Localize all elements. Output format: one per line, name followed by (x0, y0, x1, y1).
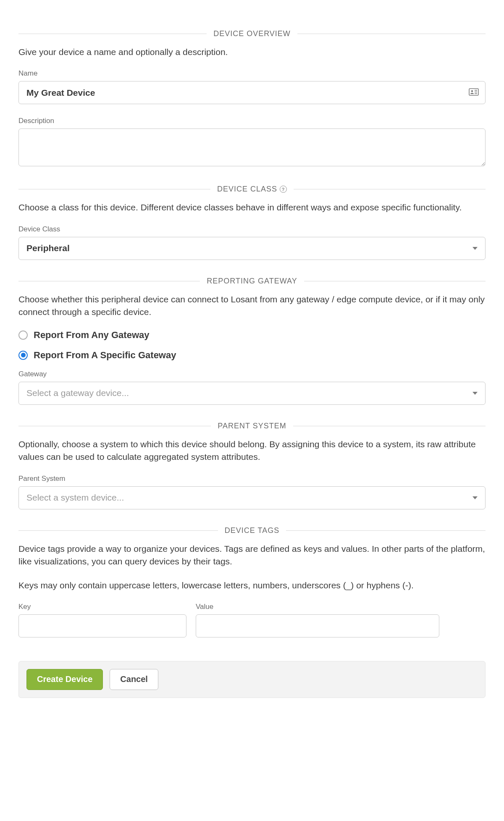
section-title: REPORTING GATEWAY (200, 277, 304, 286)
footer-bar: Create Device Cancel (18, 661, 486, 698)
tag-key-input[interactable] (18, 614, 186, 637)
id-card-icon (469, 88, 479, 97)
parent-system-placeholder: Select a system device... (26, 493, 124, 503)
cancel-button[interactable]: Cancel (110, 669, 158, 690)
name-label: Name (18, 69, 486, 78)
gateway-placeholder: Select a gateway device... (26, 388, 129, 398)
radio-specific-gateway[interactable]: Report From A Specific Gateway (18, 350, 486, 361)
reporting-gateway-description: Choose whether this peripheral device ca… (18, 293, 486, 319)
section-header-parent-system: PARENT SYSTEM (18, 422, 486, 430)
device-tags-note: Keys may only contain uppercase letters,… (18, 579, 486, 592)
caret-down-icon (472, 247, 478, 250)
section-header-reporting-gateway: REPORTING GATEWAY (18, 277, 486, 286)
svg-point-1 (471, 90, 473, 92)
device-class-value: Peripheral (26, 243, 70, 253)
radio-label: Report From Any Gateway (34, 330, 149, 341)
caret-down-icon (472, 496, 478, 499)
overview-description: Give your device a name and optionally a… (18, 46, 486, 58)
device-class-select[interactable]: Peripheral (18, 237, 486, 260)
help-icon[interactable]: ? (280, 186, 287, 193)
create-device-button[interactable]: Create Device (26, 669, 103, 690)
section-title: DEVICE CLASS (217, 185, 277, 194)
radio-any-gateway[interactable]: Report From Any Gateway (18, 330, 486, 341)
device-class-label: Device Class (18, 225, 486, 233)
device-class-description: Choose a class for this device. Differen… (18, 201, 486, 214)
section-header-overview: DEVICE OVERVIEW (18, 29, 486, 38)
section-title: DEVICE TAGS (218, 526, 286, 535)
name-input[interactable] (18, 81, 486, 104)
parent-system-select[interactable]: Select a system device... (18, 486, 486, 509)
radio-label: Report From A Specific Gateway (34, 350, 176, 361)
gateway-select[interactable]: Select a gateway device... (18, 382, 486, 405)
description-label: Description (18, 117, 486, 125)
gateway-label: Gateway (18, 370, 486, 378)
section-title: DEVICE OVERVIEW (207, 29, 297, 38)
description-textarea[interactable] (18, 129, 486, 166)
section-header-device-tags: DEVICE TAGS (18, 526, 486, 535)
tag-value-input[interactable] (196, 614, 439, 637)
tag-key-label: Key (18, 603, 186, 611)
tag-value-label: Value (196, 603, 439, 611)
radio-icon (18, 330, 28, 340)
section-title: PARENT SYSTEM (211, 422, 293, 430)
section-header-device-class: DEVICE CLASS ? (18, 185, 486, 194)
caret-down-icon (472, 392, 478, 395)
parent-system-description: Optionally, choose a system to which thi… (18, 438, 486, 464)
device-tags-description: Device tags provide a way to organize yo… (18, 543, 486, 568)
radio-checked-icon (18, 351, 28, 360)
parent-system-label: Parent System (18, 475, 486, 483)
